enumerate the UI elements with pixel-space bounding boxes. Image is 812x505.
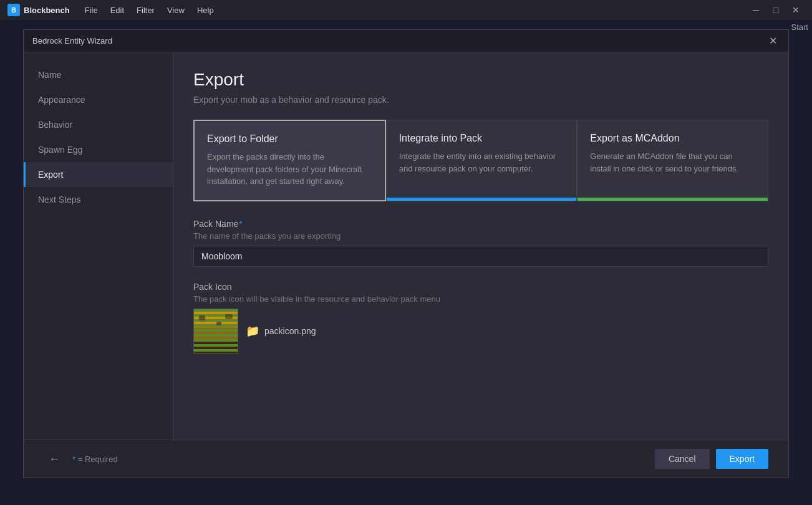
export-card-mcaddon-title: Export as MCAddon [590, 133, 755, 144]
pack-icon-sublabel: The pack icon will be visible in the res… [193, 294, 768, 304]
app-name: Blockbench [24, 6, 70, 15]
export-card-folder-desc: Export the packs directly into the devel… [207, 151, 372, 188]
sidebar-item-next-steps[interactable]: Next Steps [24, 187, 173, 212]
maximize-button[interactable]: □ [767, 4, 785, 16]
pack-name-section: Pack Name* The name of the packs you are… [193, 219, 768, 267]
start-label: Start [788, 22, 812, 32]
dialog-footer: ← * = Required Cancel Export [24, 440, 788, 478]
dialog-title: Bedrock Entity Wizard [32, 36, 112, 46]
pack-icon-row: 📁 packicon.png [193, 309, 768, 354]
titlebar-left: B Blockbench File Edit Filter View Help [7, 3, 219, 17]
pack-icon-label: Pack Icon [193, 282, 768, 292]
export-card-integrate-desc: Integrate the entity into an existing be… [399, 150, 564, 175]
export-card-folder-title: Export to Folder [207, 133, 372, 145]
app-logo: B Blockbench [7, 4, 70, 16]
page-subtitle: Export your mob as a behavior and resour… [193, 95, 768, 105]
export-card-integrate[interactable]: Integrate into Pack Integrate the entity… [386, 120, 578, 201]
pack-name-sublabel: The name of the packs you are exporting [193, 231, 768, 241]
back-button[interactable]: ← [44, 450, 65, 468]
card-bar-blue [387, 198, 577, 201]
required-star-note: * [72, 454, 75, 464]
minimize-button[interactable]: ─ [747, 4, 765, 16]
close-button[interactable]: ✕ [787, 4, 805, 16]
sidebar: Name Appearance Behavior Spawn Egg Expor… [24, 52, 173, 440]
dialog-titlebar: Bedrock Entity Wizard ✕ [24, 30, 788, 52]
menu-edit[interactable]: Edit [105, 3, 129, 17]
required-star: * [239, 219, 242, 229]
menu-help[interactable]: Help [192, 3, 219, 17]
export-button[interactable]: Export [716, 449, 768, 469]
footer-left: ← * = Required [44, 450, 118, 468]
footer-right: Cancel Export [655, 449, 768, 469]
sidebar-item-appearance[interactable]: Appearance [24, 87, 173, 112]
pack-icon-section: Pack Icon The pack icon will be visible … [193, 282, 768, 354]
pack-icon-name-row: 📁 packicon.png [246, 324, 316, 338]
dialog-body: Name Appearance Behavior Spawn Egg Expor… [24, 52, 788, 440]
export-card-folder[interactable]: Export to Folder Export the packs direct… [193, 120, 386, 201]
dialog-close-button[interactable]: ✕ [766, 34, 780, 48]
export-card-integrate-title: Integrate into Pack [399, 133, 564, 144]
export-cards: Export to Folder Export the packs direct… [193, 120, 768, 201]
blockbench-icon: B [7, 4, 20, 16]
window-controls: ─ □ ✕ [747, 4, 805, 16]
card-bar-green [578, 198, 768, 201]
required-note: * = Required [72, 454, 118, 464]
dialog: Bedrock Entity Wizard ✕ Name Appearance … [23, 29, 789, 478]
menu-bar: File Edit Filter View Help [80, 3, 219, 17]
main-content: Export Export your mob as a behavior and… [173, 52, 788, 440]
sidebar-item-export[interactable]: Export [24, 162, 173, 187]
pack-name-input[interactable] [193, 246, 768, 267]
menu-filter[interactable]: Filter [132, 3, 160, 17]
page-title: Export [193, 70, 768, 90]
sidebar-item-behavior[interactable]: Behavior [24, 112, 173, 137]
pack-icon-preview[interactable] [193, 309, 238, 354]
pack-icon-filename: packicon.png [264, 326, 316, 336]
sidebar-item-spawn-egg[interactable]: Spawn Egg [24, 137, 173, 162]
sidebar-item-name[interactable]: Name [24, 62, 173, 87]
export-card-mcaddon[interactable]: Export as MCAddon Generate an MCAddon fi… [577, 120, 768, 201]
menu-file[interactable]: File [80, 3, 103, 17]
titlebar: B Blockbench File Edit Filter View Help … [0, 0, 812, 20]
pack-name-label: Pack Name* [193, 219, 768, 229]
menu-view[interactable]: View [162, 3, 190, 17]
folder-icon: 📁 [246, 324, 259, 338]
export-card-mcaddon-desc: Generate an MCAddon file that you can in… [590, 150, 755, 175]
cancel-button[interactable]: Cancel [655, 449, 710, 469]
